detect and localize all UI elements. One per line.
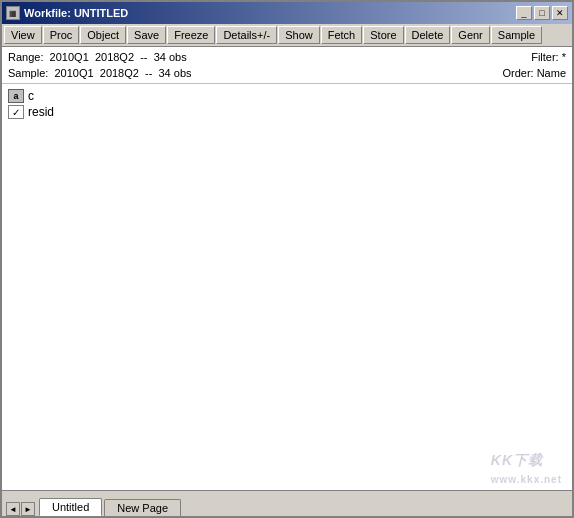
menu-item-genr[interactable]: Genr <box>451 26 489 44</box>
menu-item-show[interactable]: Show <box>278 26 320 44</box>
title-bar: ▦ Workfile: UNTITLED _ □ ✕ <box>2 2 572 24</box>
menu-item-store[interactable]: Store <box>363 26 403 44</box>
equation-icon: a <box>8 89 24 103</box>
range-info: Range: 2010Q1 2018Q2 -- 34 obs <box>8 49 187 65</box>
menu-item-delete[interactable]: Delete <box>405 26 451 44</box>
window-icon: ▦ <box>6 6 20 20</box>
list-item[interactable]: a c <box>8 88 566 104</box>
menu-item-view[interactable]: View <box>4 26 42 44</box>
tab-new-page[interactable]: New Page <box>104 499 181 516</box>
series-icon: ✓ <box>8 105 24 119</box>
sample-row: Sample: 2010Q1 2018Q2 -- 34 obs Order: N… <box>8 65 566 81</box>
info-bar: Range: 2010Q1 2018Q2 -- 34 obs Filter: *… <box>2 47 572 84</box>
filter-info: Filter: * <box>531 49 566 65</box>
window-title: Workfile: UNTITLED <box>24 7 512 19</box>
menu-item-proc[interactable]: Proc <box>43 26 80 44</box>
tab-next-button[interactable]: ► <box>21 502 35 516</box>
order-info: Order: Name <box>502 65 566 81</box>
maximize-button[interactable]: □ <box>534 6 550 20</box>
content-area: a c ✓ resid <box>2 84 572 490</box>
menu-item-object[interactable]: Object <box>80 26 126 44</box>
tab-prev-button[interactable]: ◄ <box>6 502 20 516</box>
close-button[interactable]: ✕ <box>552 6 568 20</box>
item-label-resid: resid <box>28 105 54 119</box>
tab-navigation: ◄ ► <box>6 502 35 516</box>
menu-bar: ViewProcObjectSaveFreezeDetails+/-ShowFe… <box>2 24 572 47</box>
menu-item-freeze[interactable]: Freeze <box>167 26 215 44</box>
menu-item-fetch[interactable]: Fetch <box>321 26 363 44</box>
list-item[interactable]: ✓ resid <box>8 104 566 120</box>
menu-item-save[interactable]: Save <box>127 26 166 44</box>
minimize-button[interactable]: _ <box>516 6 532 20</box>
menu-item-sample[interactable]: Sample <box>491 26 542 44</box>
item-label-c: c <box>28 89 34 103</box>
tab-untitled[interactable]: Untitled <box>39 498 102 516</box>
window-controls: _ □ ✕ <box>516 6 568 20</box>
bottom-tabs: ◄ ► Untitled New Page <box>2 490 572 516</box>
sample-info: Sample: 2010Q1 2018Q2 -- 34 obs <box>8 65 192 81</box>
range-row: Range: 2010Q1 2018Q2 -- 34 obs Filter: * <box>8 49 566 65</box>
menu-item-details[interactable]: Details+/- <box>216 26 277 44</box>
